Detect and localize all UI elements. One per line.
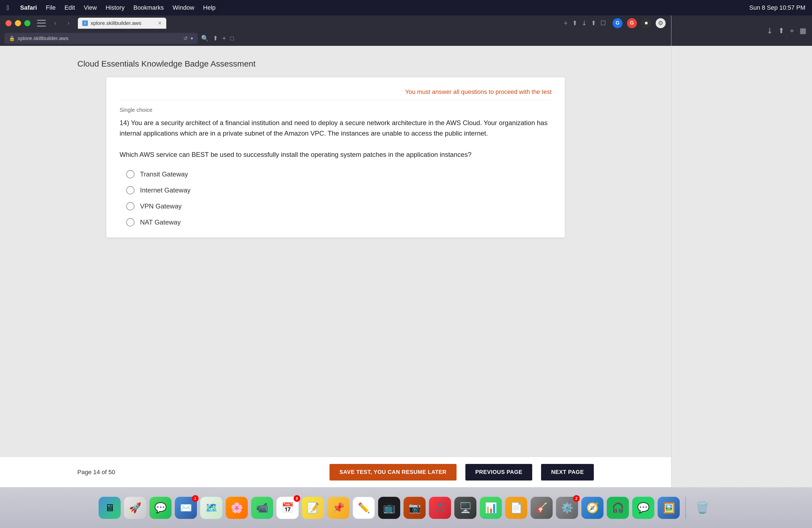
dock-systemprefs[interactable]: ⚙️ 2 — [556, 497, 578, 519]
question-card: You must answer all questions to proceed… — [106, 77, 565, 237]
dock-mail[interactable]: ✉️ 1 — [175, 497, 197, 519]
dock-instruments[interactable]: 🎸 — [531, 497, 553, 519]
forward-button[interactable]: › — [63, 18, 73, 28]
radio-vpn-gateway[interactable] — [126, 202, 134, 210]
menubar-window[interactable]: Window — [173, 4, 194, 11]
dock-facetime[interactable]: 📹 — [251, 497, 273, 519]
new-tab-icon[interactable]: + — [564, 19, 568, 27]
bookmark-settings[interactable]: ⚙ — [656, 18, 666, 28]
page-content: Cloud Essentials Knowledge Badge Assessm… — [0, 46, 671, 511]
back-button[interactable]: ‹ — [50, 18, 60, 28]
add-panel-icon[interactable]: + — [790, 27, 794, 35]
download-icon[interactable]: ⤓ — [767, 27, 773, 35]
menubar-history[interactable]: History — [106, 4, 125, 11]
menubar:  Safari File Edit View History Bookmark… — [0, 0, 812, 15]
right-panel-toolbar: ⤓ ⬆ + ▦ — [671, 15, 812, 46]
bookmark-bar: G G ■ ⚙ — [613, 18, 666, 28]
share-icon[interactable]: ⬆ — [572, 19, 577, 27]
address-bar[interactable]: 🔒 xplore.skillbuilder.aws ↺ ● — [4, 33, 198, 44]
option-label-vpn-gateway: VPN Gateway — [140, 202, 182, 210]
menubar-file[interactable]: File — [46, 4, 56, 11]
dock-appletv[interactable]: 📺 — [378, 497, 400, 519]
radio-transit-gateway[interactable] — [126, 170, 134, 178]
bookmark-google2[interactable]: G — [627, 18, 637, 28]
dock-preview[interactable]: 🖼️ — [657, 497, 680, 519]
menubar-help[interactable]: Help — [203, 4, 215, 11]
option-nat-gateway[interactable]: NAT Gateway — [126, 218, 552, 226]
traffic-lights — [5, 20, 30, 26]
next-page-button[interactable]: NEXT PAGE — [541, 464, 594, 481]
add-bookmark-icon[interactable]: + — [222, 35, 226, 42]
browser-window: ‹ › S xplore.skillbuilder.aws ✕ + ⬆ ⤓ ⬆ … — [0, 15, 671, 528]
dock-desktopmgr[interactable]: 🖥️ — [454, 497, 476, 519]
extensions-icon[interactable]: ● — [190, 35, 193, 41]
dock-music[interactable]: 🎵 — [429, 497, 451, 519]
browser-chrome: ‹ › S xplore.skillbuilder.aws ✕ + ⬆ ⤓ ⬆ … — [0, 15, 671, 46]
option-label-internet-gateway: Internet Gateway — [140, 186, 191, 194]
dock: 🖥 🚀 💬 ✉️ 1 🗺️ 🌸 📹 📅 8 📝 📌 ✏️ 📺 📷 🎵 🖥️ — [0, 487, 812, 528]
browser-titlebar: ‹ › S xplore.skillbuilder.aws ✕ + ⬆ ⤓ ⬆ … — [0, 15, 671, 31]
maximize-button[interactable] — [24, 20, 30, 26]
split-view-icon[interactable]: ☐ — [600, 19, 606, 27]
save-test-button[interactable]: SAVE TEST, YOU CAN RESUME LATER — [330, 464, 456, 481]
dock-whatsapp[interactable]: 💬 — [632, 497, 654, 519]
option-transit-gateway[interactable]: Transit Gateway — [126, 170, 552, 178]
lock-icon: 🔒 — [9, 35, 15, 41]
browser-toolbar-right: 🔍 ⬆ + □ — [201, 35, 234, 42]
dock-calendar[interactable]: 📅 8 — [276, 497, 299, 519]
menubar-safari[interactable]: Safari — [20, 4, 37, 11]
sidebar-toggle-button[interactable] — [37, 20, 46, 27]
dock-trash[interactable]: 🗑️ — [691, 497, 713, 519]
multi-window-icon[interactable]: □ — [230, 35, 234, 42]
browser-tab[interactable]: S xplore.skillbuilder.aws ✕ — [78, 18, 166, 29]
dock-finder[interactable]: 🖥 — [99, 497, 121, 519]
menubar-clock: Sun 8 Sep 10:57 PM — [749, 4, 806, 11]
dock-photobooth[interactable]: 📷 — [404, 497, 425, 519]
right-panel: ⤓ ⬆ + ▦ — [671, 15, 812, 528]
option-label-transit-gateway: Transit Gateway — [140, 171, 188, 178]
bottom-bar: Page 14 of 50 SAVE TEST, YOU CAN RESUME … — [0, 457, 671, 487]
dock-safari[interactable]: 🧭 — [581, 497, 604, 519]
tab-favicon: S — [82, 20, 88, 26]
reload-icon[interactable]: ↺ — [184, 35, 188, 41]
share-panel-icon[interactable]: ⬆ — [778, 27, 784, 35]
previous-page-button[interactable]: PREVIOUS PAGE — [465, 464, 533, 481]
addressbar-actions: ↺ ● — [184, 35, 193, 41]
apple-menu-icon[interactable]:  — [6, 4, 9, 12]
share-toolbar-icon[interactable]: ⬆ — [213, 35, 218, 42]
option-vpn-gateway[interactable]: VPN Gateway — [126, 202, 552, 210]
dock-freeform[interactable]: ✏️ — [353, 497, 375, 519]
question-text: 14) You are a security architect of a fi… — [120, 118, 552, 160]
bookmark-black[interactable]: ■ — [641, 18, 651, 28]
dock-messages[interactable]: 💬 — [149, 497, 172, 519]
options-list: Transit Gateway Internet Gateway VPN Gat… — [120, 170, 552, 226]
radio-nat-gateway[interactable] — [126, 218, 134, 226]
radio-internet-gateway[interactable] — [126, 186, 134, 194]
menubar-edit[interactable]: Edit — [64, 4, 75, 11]
tab-title: xplore.skillbuilder.aws — [91, 20, 155, 26]
addressbar-row: 🔒 xplore.skillbuilder.aws ↺ ● 🔍 ⬆ + □ — [0, 31, 671, 46]
dock-stickies[interactable]: 📌 — [327, 497, 349, 519]
share-box-icon[interactable]: ⬆ — [591, 19, 596, 27]
page-title: Cloud Essentials Knowledge Badge Assessm… — [0, 59, 256, 69]
downloads-icon[interactable]: ⤓ — [582, 19, 586, 27]
bookmark-google[interactable]: G — [613, 18, 623, 28]
tab-close-icon[interactable]: ✕ — [158, 20, 162, 26]
dock-notes[interactable]: 📝 — [302, 497, 324, 519]
option-internet-gateway[interactable]: Internet Gateway — [126, 186, 552, 194]
search-icon[interactable]: 🔍 — [201, 35, 208, 42]
minimize-button[interactable] — [15, 20, 21, 26]
close-button[interactable] — [5, 20, 12, 26]
page-indicator: Page 14 of 50 — [77, 469, 115, 476]
dock-photos[interactable]: 🌸 — [226, 497, 248, 519]
menubar-view[interactable]: View — [84, 4, 97, 11]
dock-launchpad[interactable]: 🚀 — [124, 497, 146, 519]
menubar-bookmarks[interactable]: Bookmarks — [133, 4, 164, 11]
dock-numbers[interactable]: 📊 — [480, 497, 502, 519]
dock-spotify[interactable]: 🎧 — [607, 497, 629, 519]
grid-panel-icon[interactable]: ▦ — [800, 27, 807, 35]
dock-maps[interactable]: 🗺️ — [200, 497, 222, 519]
dock-pages[interactable]: 📄 — [505, 497, 527, 519]
option-label-nat-gateway: NAT Gateway — [140, 218, 180, 226]
validation-message: You must answer all questions to proceed… — [120, 88, 552, 100]
